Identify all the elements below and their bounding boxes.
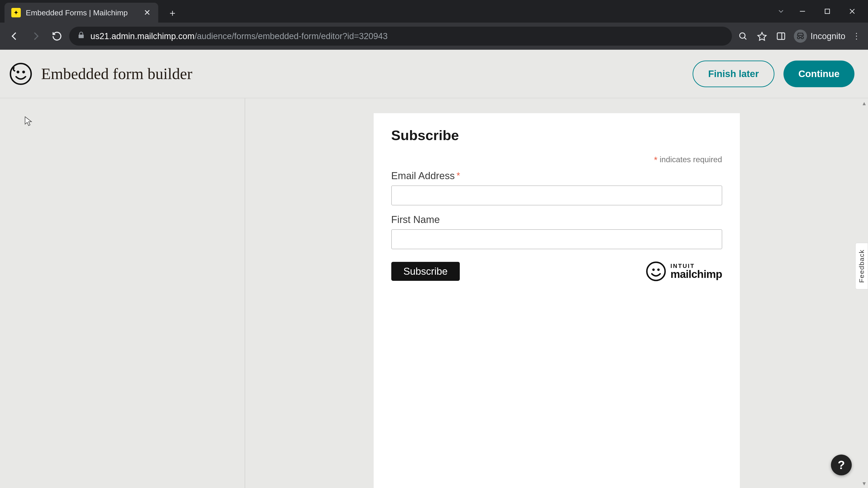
svg-point-12 bbox=[647, 262, 665, 281]
back-button[interactable] bbox=[5, 27, 24, 45]
svg-point-14 bbox=[657, 268, 660, 271]
incognito-label: Incognito bbox=[811, 31, 845, 41]
favicon-icon: ✦ bbox=[11, 8, 21, 18]
subscribe-button[interactable]: Subscribe bbox=[391, 262, 460, 281]
vertical-scrollbar[interactable]: ▴ ▾ bbox=[860, 98, 868, 488]
form-card: Subscribe * indicates required Email Add… bbox=[374, 113, 740, 488]
tab-search-icon[interactable] bbox=[773, 3, 789, 19]
builder-sidebar bbox=[0, 98, 245, 488]
close-window-button[interactable] bbox=[841, 3, 864, 19]
brand: Embedded form builder bbox=[9, 63, 192, 85]
asterisk-icon: * bbox=[457, 170, 460, 181]
form-heading: Subscribe bbox=[391, 127, 722, 143]
incognito-icon bbox=[794, 30, 807, 43]
header-actions: Finish later Continue bbox=[692, 61, 855, 87]
browser-menu-icon[interactable]: ⋮ bbox=[850, 28, 863, 44]
field-email: Email Address* bbox=[391, 170, 722, 205]
svg-rect-1 bbox=[825, 9, 830, 13]
svg-rect-7 bbox=[777, 33, 784, 39]
url-omnibox[interactable]: us21.admin.mailchimp.com/audience/forms/… bbox=[69, 27, 732, 46]
svg-point-4 bbox=[740, 33, 745, 38]
continue-button[interactable]: Continue bbox=[783, 61, 855, 87]
browser-tab[interactable]: ✦ Embedded Forms | Mailchimp ✕ bbox=[4, 3, 158, 23]
workspace: Subscribe * indicates required Email Add… bbox=[0, 98, 868, 488]
field-first-name: First Name bbox=[391, 214, 722, 249]
url-text: us21.admin.mailchimp.com/audience/forms/… bbox=[90, 31, 724, 41]
finish-later-button[interactable]: Finish later bbox=[692, 61, 774, 87]
page-title: Embedded form builder bbox=[41, 65, 192, 83]
side-panel-icon[interactable] bbox=[773, 28, 789, 44]
titlebar: ✦ Embedded Forms | Mailchimp ✕ ＋ bbox=[0, 0, 868, 23]
page-viewport: Embedded form builder Finish later Conti… bbox=[0, 50, 868, 488]
lock-icon bbox=[77, 31, 85, 41]
email-input[interactable] bbox=[391, 186, 722, 205]
field-label: Email Address* bbox=[391, 170, 722, 182]
mailchimp-badge[interactable]: INTUIT mailchimp bbox=[646, 261, 722, 281]
form-footer: Subscribe INTUIT bbox=[391, 261, 722, 281]
search-icon[interactable] bbox=[735, 28, 751, 44]
scroll-down-icon[interactable]: ▾ bbox=[860, 480, 868, 487]
svg-point-9 bbox=[10, 64, 31, 84]
window-controls bbox=[773, 0, 868, 23]
app-header: Embedded form builder Finish later Conti… bbox=[0, 50, 868, 98]
tab-title: Embedded Forms | Mailchimp bbox=[26, 8, 138, 17]
incognito-badge[interactable]: Incognito bbox=[792, 30, 847, 43]
bookmark-icon[interactable] bbox=[754, 28, 770, 44]
field-label: First Name bbox=[391, 214, 722, 225]
mailchimp-logo-icon bbox=[9, 63, 32, 85]
first-name-input[interactable] bbox=[391, 229, 722, 249]
form-preview-canvas: Subscribe * indicates required Email Add… bbox=[245, 98, 868, 488]
minimize-button[interactable] bbox=[791, 3, 814, 19]
tab-strip: ✦ Embedded Forms | Mailchimp ✕ ＋ bbox=[0, 0, 180, 23]
mailchimp-badge-icon bbox=[646, 261, 666, 281]
feedback-tab[interactable]: Feedback bbox=[855, 243, 868, 289]
reload-button[interactable] bbox=[48, 27, 66, 45]
browser-window: ✦ Embedded Forms | Mailchimp ✕ ＋ bbox=[0, 0, 868, 488]
cursor-icon bbox=[24, 116, 32, 126]
svg-line-5 bbox=[744, 37, 746, 39]
svg-point-13 bbox=[652, 268, 655, 271]
svg-marker-6 bbox=[758, 33, 766, 40]
forward-button[interactable] bbox=[27, 27, 45, 45]
required-note: * indicates required bbox=[391, 155, 722, 165]
new-tab-button[interactable]: ＋ bbox=[164, 5, 180, 21]
svg-point-10 bbox=[17, 70, 20, 73]
address-bar: us21.admin.mailchimp.com/audience/forms/… bbox=[0, 23, 868, 50]
help-button[interactable]: ? bbox=[831, 455, 852, 475]
scroll-up-icon[interactable]: ▴ bbox=[860, 99, 868, 107]
svg-point-11 bbox=[22, 70, 25, 73]
badge-mailchimp-text: mailchimp bbox=[671, 269, 722, 280]
asterisk-icon: * bbox=[654, 155, 657, 165]
maximize-button[interactable] bbox=[816, 3, 839, 19]
tab-close-icon[interactable]: ✕ bbox=[143, 8, 151, 17]
